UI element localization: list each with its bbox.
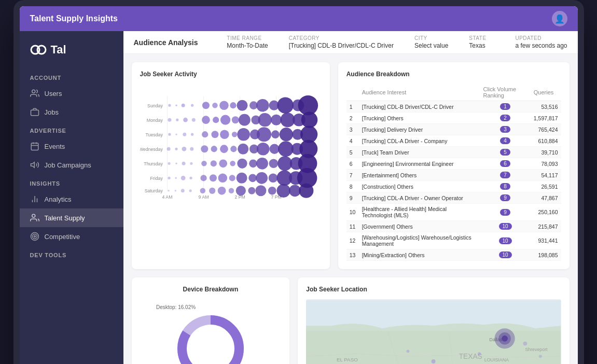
svg-point-54 xyxy=(231,116,239,123)
queries-cell: 26,591 xyxy=(531,181,561,192)
svg-point-159 xyxy=(432,359,436,363)
svg-point-163 xyxy=(523,342,527,346)
col-rank xyxy=(346,84,359,101)
interest-cell: [Trucking] Delivery Driver xyxy=(359,124,480,135)
sidebar-item-events[interactable]: Events xyxy=(20,137,123,156)
svg-point-79 xyxy=(182,147,186,151)
ranking-badge: 10 xyxy=(499,251,512,258)
svg-point-38 xyxy=(219,101,229,110)
rank-cell: 4 xyxy=(346,135,359,147)
map-svg: TEXAS CHIHUAHUA LOUISIANA EL PASO Shreve… xyxy=(306,299,561,364)
logo-text: Tal xyxy=(51,43,66,57)
svg-point-62 xyxy=(168,133,171,136)
ranking-cell: 3 xyxy=(480,124,530,135)
ranking-cell: 10 xyxy=(480,249,530,261)
rank-cell: 10 xyxy=(346,204,359,221)
device-card: Device Breakdown xyxy=(132,277,290,364)
svg-point-52 xyxy=(213,117,219,123)
svg-point-72 xyxy=(256,127,271,142)
ranking-badge: 3 xyxy=(500,126,510,133)
city-filter[interactable]: CITY Select value xyxy=(414,35,448,49)
sidebar-item-job-campaigns[interactable]: Job Campaigns xyxy=(20,156,123,174)
category-filter[interactable]: CATEGORY [Trucking] CDL-B Driver/CDL-C D… xyxy=(289,35,394,49)
queries-cell: 610,884 xyxy=(531,135,561,147)
svg-text:EL PASO: EL PASO xyxy=(337,357,358,362)
svg-point-109 xyxy=(181,176,185,180)
app-header: Talent Supply Insights 👤 xyxy=(20,6,578,31)
rank-cell: 1 xyxy=(346,101,359,113)
rank-cell: 11 xyxy=(346,221,359,232)
table-row: 12 [Warehousing/Logistics] Warehouse/Log… xyxy=(346,232,561,249)
svg-point-118 xyxy=(268,174,277,183)
map-card: Job Seeker Location xyxy=(298,277,569,364)
table-row: 1 [Trucking] CDL-B Driver/CDL-C Driver 1… xyxy=(346,101,561,113)
interest-cell: [Construction] Others xyxy=(359,181,480,192)
sidebar-item-talent-supply[interactable]: Talent Supply xyxy=(20,208,123,227)
user-avatar[interactable]: 👤 xyxy=(552,11,567,26)
svg-point-36 xyxy=(202,102,209,109)
job-campaigns-label: Job Campaigns xyxy=(45,161,91,169)
sidebar-logo: Tal xyxy=(20,41,123,68)
talent-supply-label: Talent Supply xyxy=(45,214,85,222)
svg-point-80 xyxy=(190,147,193,151)
sidebar-item-competitive[interactable]: Competitive xyxy=(20,227,123,246)
updated-value: a few seconds ago xyxy=(515,42,567,49)
queries-cell: 250,160 xyxy=(531,204,561,221)
ranking-badge: 9 xyxy=(500,194,510,201)
ranking-cell: 7 xyxy=(480,170,530,181)
svg-point-133 xyxy=(268,187,276,195)
svg-point-124 xyxy=(181,189,184,192)
svg-point-98 xyxy=(219,159,227,167)
sidebar-item-jobs[interactable]: Jobs xyxy=(20,103,123,121)
svg-point-134 xyxy=(276,184,290,198)
svg-point-132 xyxy=(255,185,266,196)
svg-point-68 xyxy=(220,130,229,139)
svg-point-2 xyxy=(32,90,35,93)
activity-chart: Sunday Monday Tuesday Wednesday Thursday… xyxy=(140,84,322,208)
svg-text:Wednesday: Wednesday xyxy=(140,147,163,152)
state-label: STATE xyxy=(469,35,486,41)
svg-text:9 AM: 9 AM xyxy=(198,194,209,200)
queries-cell: 39,710 xyxy=(531,147,561,158)
ranking-cell: 8 xyxy=(480,181,530,192)
svg-point-40 xyxy=(237,100,247,111)
ranking-badge: 10 xyxy=(499,237,512,244)
jobs-label: Jobs xyxy=(45,108,59,116)
state-filter[interactable]: STATE Texas xyxy=(469,35,486,49)
svg-text:Sunday: Sunday xyxy=(147,103,163,108)
rank-cell: 6 xyxy=(346,158,359,170)
svg-text:Tuesday: Tuesday xyxy=(145,132,163,137)
time-range-filter[interactable]: TIME RANGE Month-To-Date xyxy=(227,35,268,49)
interest-cell: [Government] Others xyxy=(359,221,480,232)
ranking-cell: 9 xyxy=(480,192,530,204)
sidebar-item-users[interactable]: Users xyxy=(20,84,123,103)
svg-point-111 xyxy=(200,175,206,181)
audience-table: Audience Interest Click Volume Ranking Q… xyxy=(346,84,561,261)
sidebar-item-analytics[interactable]: Analytics xyxy=(20,190,123,208)
bottom-row: Device Breakdown xyxy=(132,277,570,364)
svg-text:Thursday: Thursday xyxy=(144,161,163,166)
svg-point-48 xyxy=(176,119,178,121)
svg-point-113 xyxy=(218,174,227,183)
queries-cell: 78,093 xyxy=(531,158,561,170)
svg-point-97 xyxy=(210,160,216,166)
svg-point-61 xyxy=(301,111,317,128)
ranking-cell: 4 xyxy=(480,135,530,147)
svg-text:LOUISIANA: LOUISIANA xyxy=(484,357,509,362)
svg-point-12 xyxy=(32,214,35,217)
svg-point-64 xyxy=(183,133,186,136)
svg-point-74 xyxy=(279,128,293,141)
queries-cell: 765,424 xyxy=(531,124,561,135)
ranking-badge: 9 xyxy=(500,209,510,216)
filter-bar: Audience Analysis TIME RANGE Month-To-Da… xyxy=(123,31,578,54)
svg-point-161 xyxy=(478,352,481,355)
svg-point-47 xyxy=(168,118,171,122)
ranking-badge: 4 xyxy=(500,137,510,144)
advertise-section-label: Advertise xyxy=(20,121,123,137)
svg-point-58 xyxy=(271,115,282,125)
category-label: CATEGORY xyxy=(289,35,394,41)
svg-point-95 xyxy=(190,162,192,165)
svg-point-89 xyxy=(278,141,294,157)
svg-marker-8 xyxy=(31,162,34,168)
time-range-label: TIME RANGE xyxy=(227,35,268,41)
